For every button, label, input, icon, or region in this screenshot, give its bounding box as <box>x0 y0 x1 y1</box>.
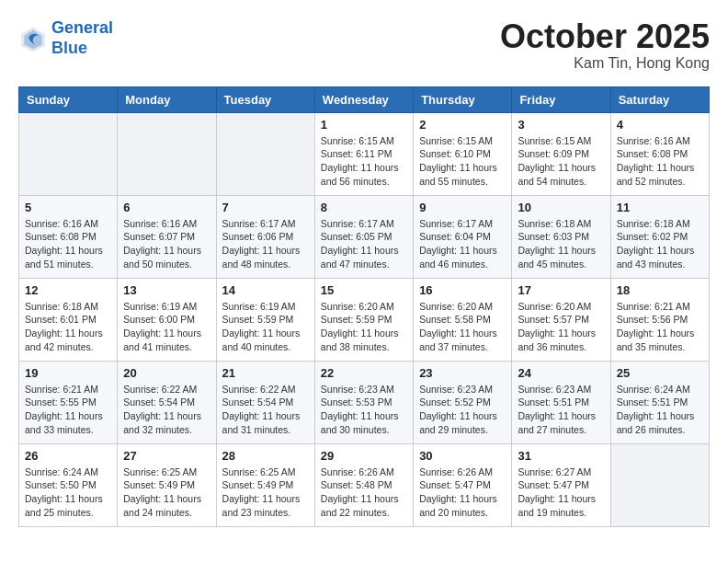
calendar-cell: 8Sunrise: 6:17 AM Sunset: 6:05 PM Daylig… <box>314 195 413 278</box>
logo-text: General <box>51 18 113 39</box>
day-info: Sunrise: 6:21 AM Sunset: 5:55 PM Dayligh… <box>25 383 111 437</box>
day-info: Sunrise: 6:24 AM Sunset: 5:51 PM Dayligh… <box>617 383 703 437</box>
weekday-header-friday: Friday <box>512 86 610 112</box>
day-number: 20 <box>123 366 210 380</box>
day-number: 6 <box>123 201 210 214</box>
calendar-cell: 28Sunrise: 6:25 AM Sunset: 5:49 PM Dayli… <box>216 443 314 526</box>
calendar-cell: 12Sunrise: 6:18 AM Sunset: 6:01 PM Dayli… <box>19 278 118 361</box>
calendar-cell: 24Sunrise: 6:23 AM Sunset: 5:51 PM Dayli… <box>512 361 610 443</box>
day-info: Sunrise: 6:18 AM Sunset: 6:03 PM Dayligh… <box>518 217 604 271</box>
calendar-cell: 29Sunrise: 6:26 AM Sunset: 5:48 PM Dayli… <box>314 443 413 526</box>
day-number: 19 <box>25 366 111 380</box>
calendar-cell: 6Sunrise: 6:16 AM Sunset: 6:07 PM Daylig… <box>118 195 216 278</box>
day-info: Sunrise: 6:22 AM Sunset: 5:54 PM Dayligh… <box>222 383 309 437</box>
day-info: Sunrise: 6:27 AM Sunset: 5:47 PM Dayligh… <box>518 465 604 520</box>
calendar-cell: 26Sunrise: 6:24 AM Sunset: 5:50 PM Dayli… <box>19 443 118 526</box>
day-info: Sunrise: 6:17 AM Sunset: 6:06 PM Dayligh… <box>222 217 309 271</box>
calendar-cell: 27Sunrise: 6:25 AM Sunset: 5:49 PM Dayli… <box>118 443 216 526</box>
day-info: Sunrise: 6:15 AM Sunset: 6:10 PM Dayligh… <box>419 134 506 189</box>
day-info: Sunrise: 6:26 AM Sunset: 5:48 PM Dayligh… <box>321 465 407 520</box>
calendar-cell: 11Sunrise: 6:18 AM Sunset: 6:02 PM Dayli… <box>610 195 709 278</box>
day-info: Sunrise: 6:23 AM Sunset: 5:51 PM Dayligh… <box>518 383 604 437</box>
day-info: Sunrise: 6:25 AM Sunset: 5:49 PM Dayligh… <box>123 465 210 520</box>
calendar-cell: 1Sunrise: 6:15 AM Sunset: 6:11 PM Daylig… <box>314 112 413 195</box>
day-info: Sunrise: 6:24 AM Sunset: 5:50 PM Dayligh… <box>25 465 111 520</box>
day-number: 27 <box>123 449 210 463</box>
day-number: 15 <box>321 283 407 297</box>
weekday-header-monday: Monday <box>118 86 216 112</box>
weekday-header-row: SundayMondayTuesdayWednesdayThursdayFrid… <box>19 86 710 112</box>
day-info: Sunrise: 6:16 AM Sunset: 6:07 PM Dayligh… <box>123 217 210 271</box>
day-info: Sunrise: 6:21 AM Sunset: 5:56 PM Dayligh… <box>617 300 703 354</box>
day-number: 12 <box>25 283 111 297</box>
day-number: 4 <box>617 118 703 132</box>
day-number: 3 <box>518 118 604 132</box>
day-number: 8 <box>321 201 407 214</box>
day-info: Sunrise: 6:15 AM Sunset: 6:11 PM Dayligh… <box>321 134 407 189</box>
day-number: 30 <box>419 449 506 463</box>
day-number: 22 <box>321 366 407 380</box>
logo: General Blue <box>18 18 113 58</box>
calendar-cell: 31Sunrise: 6:27 AM Sunset: 5:47 PM Dayli… <box>512 443 610 526</box>
month-title: October 2025 <box>500 18 710 55</box>
calendar-cell: 20Sunrise: 6:22 AM Sunset: 5:54 PM Dayli… <box>118 361 216 443</box>
day-number: 11 <box>617 201 703 214</box>
day-info: Sunrise: 6:15 AM Sunset: 6:09 PM Dayligh… <box>518 134 604 189</box>
calendar-week-3: 12Sunrise: 6:18 AM Sunset: 6:01 PM Dayli… <box>19 278 710 361</box>
page-header: General Blue October 2025 Kam Tin, Hong … <box>18 18 710 72</box>
calendar-cell <box>610 443 709 526</box>
day-number: 10 <box>518 201 604 214</box>
weekday-header-wednesday: Wednesday <box>314 86 413 112</box>
day-number: 23 <box>419 366 506 380</box>
day-number: 24 <box>518 366 604 380</box>
day-info: Sunrise: 6:26 AM Sunset: 5:47 PM Dayligh… <box>419 465 506 520</box>
day-info: Sunrise: 6:16 AM Sunset: 6:08 PM Dayligh… <box>617 134 703 189</box>
calendar-cell: 23Sunrise: 6:23 AM Sunset: 5:52 PM Dayli… <box>414 361 512 443</box>
day-number: 18 <box>617 283 703 297</box>
calendar-cell: 10Sunrise: 6:18 AM Sunset: 6:03 PM Dayli… <box>512 195 610 278</box>
calendar-week-4: 19Sunrise: 6:21 AM Sunset: 5:55 PM Dayli… <box>19 361 710 443</box>
day-number: 5 <box>25 201 111 214</box>
day-info: Sunrise: 6:18 AM Sunset: 6:01 PM Dayligh… <box>25 300 111 354</box>
calendar-cell: 17Sunrise: 6:20 AM Sunset: 5:57 PM Dayli… <box>512 278 610 361</box>
day-info: Sunrise: 6:16 AM Sunset: 6:08 PM Dayligh… <box>25 217 111 271</box>
day-info: Sunrise: 6:18 AM Sunset: 6:02 PM Dayligh… <box>617 217 703 271</box>
day-number: 7 <box>222 201 309 214</box>
calendar-cell: 21Sunrise: 6:22 AM Sunset: 5:54 PM Dayli… <box>216 361 314 443</box>
day-number: 14 <box>222 283 309 297</box>
day-info: Sunrise: 6:23 AM Sunset: 5:52 PM Dayligh… <box>419 383 506 437</box>
day-number: 17 <box>518 283 604 297</box>
day-info: Sunrise: 6:20 AM Sunset: 5:58 PM Dayligh… <box>419 300 506 354</box>
day-info: Sunrise: 6:19 AM Sunset: 5:59 PM Dayligh… <box>222 300 309 354</box>
day-number: 29 <box>321 449 407 463</box>
day-info: Sunrise: 6:19 AM Sunset: 6:00 PM Dayligh… <box>123 300 210 354</box>
calendar-week-2: 5Sunrise: 6:16 AM Sunset: 6:08 PM Daylig… <box>19 195 710 278</box>
day-info: Sunrise: 6:23 AM Sunset: 5:53 PM Dayligh… <box>321 383 407 437</box>
day-number: 1 <box>321 118 407 132</box>
weekday-header-tuesday: Tuesday <box>216 86 314 112</box>
weekday-header-saturday: Saturday <box>610 86 709 112</box>
calendar-cell <box>19 112 118 195</box>
day-info: Sunrise: 6:17 AM Sunset: 6:05 PM Dayligh… <box>321 217 407 271</box>
calendar-cell: 7Sunrise: 6:17 AM Sunset: 6:06 PM Daylig… <box>216 195 314 278</box>
calendar-cell <box>216 112 314 195</box>
day-number: 9 <box>419 201 506 214</box>
location-text: Kam Tin, Hong Kong <box>500 55 710 72</box>
calendar-table: SundayMondayTuesdayWednesdayThursdayFrid… <box>18 86 710 527</box>
calendar-cell: 18Sunrise: 6:21 AM Sunset: 5:56 PM Dayli… <box>610 278 709 361</box>
calendar-cell: 16Sunrise: 6:20 AM Sunset: 5:58 PM Dayli… <box>414 278 512 361</box>
calendar-cell <box>118 112 216 195</box>
day-number: 26 <box>25 449 111 463</box>
calendar-cell: 19Sunrise: 6:21 AM Sunset: 5:55 PM Dayli… <box>19 361 118 443</box>
day-info: Sunrise: 6:17 AM Sunset: 6:04 PM Dayligh… <box>419 217 506 271</box>
weekday-header-thursday: Thursday <box>414 86 512 112</box>
calendar-week-1: 1Sunrise: 6:15 AM Sunset: 6:11 PM Daylig… <box>19 112 710 195</box>
day-number: 2 <box>419 118 506 132</box>
calendar-cell: 25Sunrise: 6:24 AM Sunset: 5:51 PM Dayli… <box>610 361 709 443</box>
day-number: 21 <box>222 366 309 380</box>
weekday-header-sunday: Sunday <box>19 86 118 112</box>
logo-icon <box>18 24 48 53</box>
day-number: 28 <box>222 449 309 463</box>
day-number: 13 <box>123 283 210 297</box>
day-info: Sunrise: 6:20 AM Sunset: 5:57 PM Dayligh… <box>518 300 604 354</box>
